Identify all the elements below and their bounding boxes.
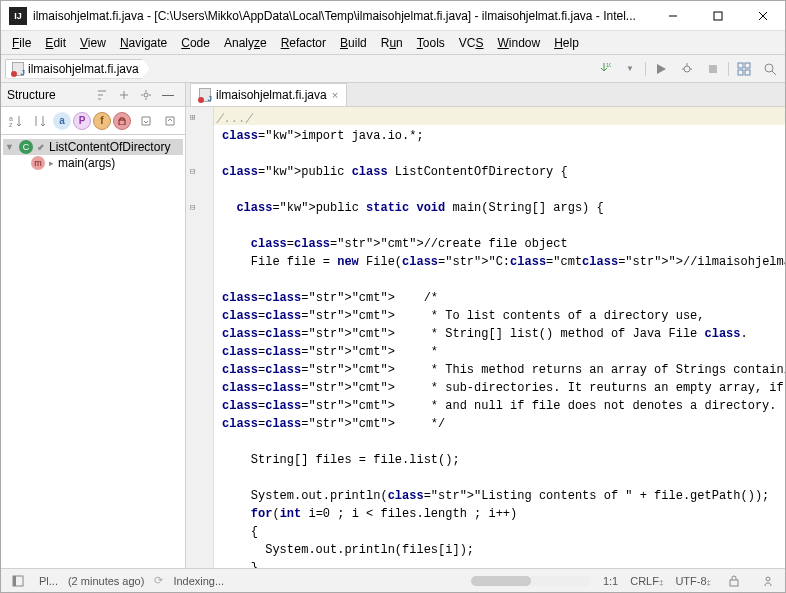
- main-area: Structure — az a P f ▼ C ⬋ ListContentOf…: [1, 83, 785, 568]
- menu-tools[interactable]: Tools: [410, 33, 452, 53]
- status-time: (2 minutes ago): [68, 575, 144, 587]
- stop-button[interactable]: [702, 58, 724, 80]
- svg-rect-10: [738, 63, 743, 68]
- menu-vcs[interactable]: VCS: [452, 33, 491, 53]
- minimize-button[interactable]: [650, 1, 695, 30]
- window-title: ilmaisohjelmat.fi.java - [C:\Users\Mikko…: [33, 9, 650, 23]
- code-editor[interactable]: ⊞ ⊟ ⊟ /.../ class="kw">import java.io.*;…: [186, 107, 786, 568]
- app-icon: IJ: [9, 7, 27, 25]
- sort-visibility-icon[interactable]: [29, 110, 51, 132]
- line-separator[interactable]: CRLF‡: [630, 575, 663, 587]
- java-file-icon: [12, 62, 24, 76]
- class-icon: C: [19, 140, 33, 154]
- expand-button[interactable]: [113, 84, 135, 106]
- tab-close-icon[interactable]: ×: [332, 89, 338, 101]
- menu-refactor[interactable]: Refactor: [274, 33, 333, 53]
- menu-window[interactable]: Window: [490, 33, 547, 53]
- method-name: main(args): [58, 156, 115, 170]
- status-message: Pl...: [39, 575, 58, 587]
- fold-toggle-icon[interactable]: ⊟: [190, 199, 195, 217]
- navigation-bar: ilmaisohjelmat.fi.java 10 ▼: [1, 55, 785, 83]
- tool-window-toggle-icon[interactable]: [7, 570, 29, 592]
- class-name: ListContentOfDirectory: [49, 140, 170, 154]
- show-fields-icon[interactable]: f: [93, 112, 111, 130]
- menu-file[interactable]: File: [5, 33, 38, 53]
- menu-edit[interactable]: Edit: [38, 33, 73, 53]
- close-button[interactable]: [740, 1, 785, 30]
- svg-text:z: z: [9, 121, 13, 128]
- editor-gutter[interactable]: ⊞ ⊟ ⊟: [186, 107, 214, 568]
- show-anonymous-icon[interactable]: a: [53, 112, 71, 130]
- tree-expand-icon[interactable]: ▼: [5, 142, 15, 152]
- svg-rect-19: [119, 120, 125, 125]
- dropdown-toggle[interactable]: ▼: [619, 58, 641, 80]
- menu-view[interactable]: View: [73, 33, 113, 53]
- fold-toggle-icon[interactable]: ⊟: [190, 163, 195, 181]
- method-icon: m: [31, 156, 45, 170]
- svg-line-15: [772, 71, 776, 75]
- menu-code[interactable]: Code: [174, 33, 217, 53]
- svg-point-14: [765, 64, 773, 72]
- run-button[interactable]: [650, 58, 672, 80]
- svg-rect-12: [738, 70, 743, 75]
- sort-button[interactable]: [91, 84, 113, 106]
- lock-overlay-icon: ⬋: [37, 142, 45, 152]
- autoscroll-from-source-icon[interactable]: [159, 110, 181, 132]
- svg-rect-9: [709, 65, 717, 73]
- editor-tab[interactable]: ilmaisohjelmat.fi.java ×: [190, 83, 347, 106]
- editor-area: ilmaisohjelmat.fi.java × ⊞ ⊟ ⊟ /.../ cla…: [186, 83, 786, 568]
- search-everywhere-button[interactable]: [759, 58, 781, 80]
- tree-method-node[interactable]: m ▸ main(args): [3, 155, 183, 171]
- svg-rect-22: [730, 580, 738, 586]
- update-project-button[interactable]: 10: [593, 58, 615, 80]
- svg-point-5: [684, 66, 690, 72]
- caret-position[interactable]: 1:1: [603, 575, 618, 587]
- menu-analyze[interactable]: Analyze: [217, 33, 274, 53]
- svg-rect-21: [13, 576, 16, 586]
- settings-gear-icon[interactable]: [135, 84, 157, 106]
- java-file-icon: [199, 88, 211, 102]
- show-properties-icon[interactable]: P: [73, 112, 91, 130]
- run-overlay-icon: ▸: [49, 158, 54, 168]
- breadcrumb-file: ilmaisohjelmat.fi.java: [28, 62, 139, 76]
- hide-button[interactable]: —: [157, 84, 179, 106]
- menu-bar: File Edit View Navigate Code Analyze Ref…: [1, 31, 785, 55]
- svg-point-16: [144, 93, 148, 97]
- menu-navigate[interactable]: Navigate: [113, 33, 174, 53]
- tree-class-node[interactable]: ▼ C ⬋ ListContentOfDirectory: [3, 139, 183, 155]
- menu-build[interactable]: Build: [333, 33, 374, 53]
- separator: [645, 62, 646, 76]
- maximize-button[interactable]: [695, 1, 740, 30]
- menu-help[interactable]: Help: [547, 33, 586, 53]
- svg-text:10: 10: [606, 62, 611, 68]
- code-content[interactable]: class="kw">import java.io.*; class="kw">…: [214, 107, 786, 568]
- structure-title: Structure: [7, 88, 91, 102]
- structure-toolbar: az a P f: [1, 107, 185, 135]
- breadcrumb[interactable]: ilmaisohjelmat.fi.java: [5, 59, 150, 79]
- file-encoding[interactable]: UTF-8‡: [675, 575, 711, 587]
- sort-alpha-icon[interactable]: az: [5, 110, 27, 132]
- structure-tool-window: Structure — az a P f ▼ C ⬋ ListContentOf…: [1, 83, 186, 568]
- svg-point-23: [766, 577, 770, 581]
- spinner-icon: ⟳: [154, 574, 163, 587]
- menu-run[interactable]: Run: [374, 33, 410, 53]
- show-nonpublic-icon[interactable]: [113, 112, 131, 130]
- autoscroll-to-source-icon[interactable]: [135, 110, 157, 132]
- status-bar: Pl... (2 minutes ago) ⟳ Indexing... 1:1 …: [1, 568, 785, 592]
- structure-header: Structure —: [1, 83, 185, 107]
- svg-rect-13: [745, 70, 750, 75]
- hector-icon[interactable]: [757, 570, 779, 592]
- tab-label: ilmaisohjelmat.fi.java: [216, 88, 327, 102]
- memory-indicator[interactable]: [471, 576, 591, 586]
- debug-button[interactable]: [676, 58, 698, 80]
- svg-rect-11: [745, 63, 750, 68]
- readonly-toggle-icon[interactable]: [723, 570, 745, 592]
- structure-tree[interactable]: ▼ C ⬋ ListContentOfDirectory m ▸ main(ar…: [1, 135, 185, 175]
- window-titlebar: IJ ilmaisohjelmat.fi.java - [C:\Users\Mi…: [1, 1, 785, 31]
- editor-tab-strip: ilmaisohjelmat.fi.java ×: [186, 83, 786, 107]
- fold-toggle-icon[interactable]: ⊞: [190, 109, 195, 127]
- svg-rect-1: [714, 12, 722, 20]
- separator: [728, 62, 729, 76]
- status-indexing: Indexing...: [173, 575, 224, 587]
- project-structure-button[interactable]: [733, 58, 755, 80]
